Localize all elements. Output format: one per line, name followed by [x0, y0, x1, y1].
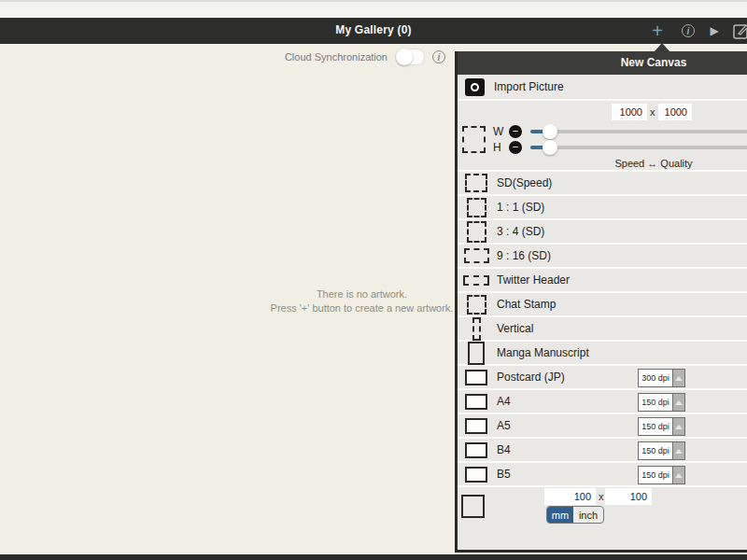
canvas-shape-icon	[463, 275, 489, 286]
dpi-control: 150 dpi	[638, 441, 685, 460]
dpi-spinner-button[interactable]	[673, 369, 685, 387]
height-minus-button[interactable]: −	[509, 141, 522, 154]
canvas-shape-icon	[467, 295, 486, 315]
spinner-up-icon	[675, 449, 683, 454]
dpi-value[interactable]: 150 dpi	[638, 393, 673, 412]
preset-label: B4	[497, 443, 511, 456]
preset-label: A5	[497, 419, 511, 432]
canvas-shape-icon	[465, 418, 487, 434]
custom-width-input[interactable]	[544, 488, 596, 505]
height-slider[interactable]	[530, 146, 747, 149]
unit-inch-button[interactable]: inch	[573, 507, 603, 523]
spinner-up-icon	[675, 425, 683, 429]
dpi-control: 150 dpi	[638, 466, 685, 484]
play-button[interactable]: ▶	[707, 21, 722, 41]
import-picture-label: Import Picture	[494, 80, 564, 93]
height-slider-thumb[interactable]	[543, 140, 557, 155]
toggle-knob	[396, 49, 413, 65]
custom-size-section: x mm inch	[458, 487, 747, 525]
preset-label: A4	[497, 395, 511, 408]
canvas-height-input[interactable]	[658, 104, 692, 120]
preset-3-4-sd[interactable]: 3 : 4 (SD)	[458, 220, 747, 245]
edit-button[interactable]	[732, 21, 747, 41]
window-top-strip	[0, 0, 747, 18]
width-minus-button[interactable]: −	[509, 125, 522, 138]
info-button[interactable]: i	[680, 21, 697, 41]
canvas-shape-icon	[467, 221, 486, 243]
preset-9-16-sd[interactable]: 9 : 16 (SD)	[458, 245, 747, 269]
preset-manga-manuscript[interactable]: Manga Manuscript	[458, 342, 747, 366]
dpi-control: 300 dpi	[638, 369, 685, 387]
height-label: H	[493, 141, 504, 154]
preset-label: B5	[497, 468, 511, 481]
dpi-value[interactable]: 300 dpi	[638, 369, 673, 387]
spinner-up-icon	[675, 376, 683, 381]
dpi-value[interactable]: 150 dpi	[638, 466, 673, 484]
canvas-shape-icon	[465, 394, 487, 410]
canvas-shape-icon	[472, 317, 481, 341]
width-slider-thumb[interactable]	[543, 124, 557, 139]
cloud-sync-row: Cloud Synchronization i	[0, 48, 445, 66]
custom-size-shape-icon	[461, 495, 485, 518]
cloud-sync-label: Cloud Synchronization	[285, 51, 388, 63]
spinner-up-icon	[675, 400, 683, 405]
preset-1-1-sd[interactable]: 1 : 1 (SD)	[458, 196, 747, 220]
preset-twitter-header[interactable]: Twitter Header	[458, 269, 747, 293]
dpi-spinner-button[interactable]	[673, 393, 685, 412]
preset-sd-speed[interactable]: SD(Speed)	[458, 172, 747, 196]
dpi-value[interactable]: 150 dpi	[638, 417, 673, 436]
preset-vertical[interactable]: Vertical	[458, 317, 747, 342]
dpi-value[interactable]: 150 dpi	[638, 441, 673, 460]
preset-label: 1 : 1 (SD)	[497, 201, 544, 214]
width-slider-row: W −	[493, 124, 747, 139]
canvas-size-row: x	[458, 101, 747, 123]
size-sliders: W − H −	[458, 123, 747, 157]
dpi-spinner-button[interactable]	[673, 417, 685, 436]
spinner-up-icon	[675, 473, 683, 478]
canvas-shape-icon	[464, 248, 489, 263]
custom-height-input[interactable]	[605, 488, 652, 505]
preset-label: Manga Manuscript	[497, 346, 589, 359]
edit-icon	[733, 22, 747, 39]
camera-icon	[465, 78, 485, 96]
preset-label: Postcard (JP)	[497, 371, 565, 384]
width-slider[interactable]	[530, 130, 747, 133]
canvas-shape-icon	[468, 342, 485, 365]
unit-mm-button[interactable]: mm	[547, 507, 573, 523]
import-picture-button[interactable]: Import Picture	[458, 75, 747, 101]
height-slider-row: H −	[493, 140, 747, 155]
page-title: My Gallery (0)	[0, 23, 747, 36]
cloud-sync-info-button[interactable]: i	[432, 50, 445, 63]
canvas-shape-icon	[465, 467, 487, 483]
dimension-separator: x	[650, 106, 655, 118]
preset-label: Twitter Header	[497, 273, 570, 287]
preset-postcard-jp[interactable]: Postcard (JP) 300 dpi	[458, 366, 747, 390]
canvas-width-input[interactable]	[612, 104, 647, 120]
preset-label: Chat Stamp	[497, 298, 556, 311]
canvas-shape-icon	[467, 198, 486, 217]
custom-canvas-shape-icon	[462, 126, 486, 153]
preset-label: 9 : 16 (SD)	[497, 249, 551, 262]
canvas-shape-icon	[465, 370, 487, 385]
panel-title: New Canvas	[458, 51, 747, 75]
preset-label: Vertical	[497, 322, 533, 335]
dpi-control: 150 dpi	[638, 417, 685, 436]
dpi-control: 150 dpi	[638, 393, 685, 412]
app-window: My Gallery (0) + i ▶ Cloud Synchronizati…	[0, 0, 747, 560]
preset-b4[interactable]: B4 150 dpi	[458, 439, 747, 463]
info-icon: i	[432, 50, 445, 63]
dpi-spinner-button[interactable]	[673, 466, 685, 484]
preset-a5[interactable]: A5 150 dpi	[458, 414, 747, 439]
new-canvas-panel: New Canvas Import Picture x W − H −	[455, 51, 747, 553]
preset-a4[interactable]: A4 150 dpi	[458, 390, 747, 414]
preset-b5[interactable]: B5 150 dpi	[458, 463, 747, 487]
window-bottom-strip	[0, 554, 747, 560]
unit-toggle: mm inch	[546, 506, 604, 524]
preset-chat-stamp[interactable]: Chat Stamp	[458, 293, 747, 317]
dpi-spinner-button[interactable]	[673, 441, 685, 460]
dimension-separator: x	[599, 491, 604, 502]
plus-icon: +	[652, 21, 663, 42]
width-label: W	[493, 125, 504, 138]
cloud-sync-toggle[interactable]	[396, 49, 424, 64]
add-artwork-button[interactable]: +	[648, 21, 667, 41]
